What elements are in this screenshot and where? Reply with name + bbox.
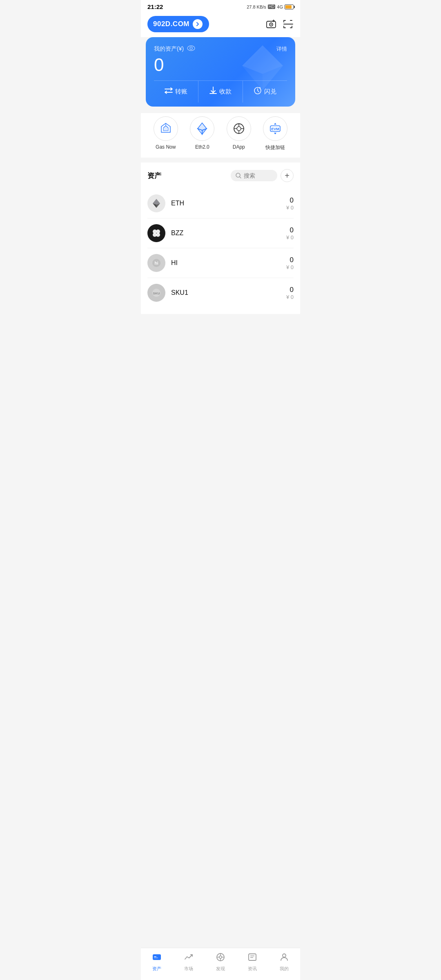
eth-balance: 0 — [286, 196, 294, 205]
svg-point-5 — [190, 47, 192, 49]
svg-rect-45 — [249, 954, 256, 960]
asset-item-bzz[interactable]: BZZ 0 ¥ 0 — [147, 218, 294, 248]
svg-text:EVM: EVM — [271, 127, 279, 131]
hi-amounts: 0 ¥ 0 — [286, 256, 294, 270]
sku1-logo: SKU — [147, 284, 165, 302]
status-icons: 27.8 KB/s HD 4G — [247, 4, 294, 9]
asset-label-text: 我的资产(¥) — [154, 45, 184, 53]
asset-item-eth[interactable]: ETH 0 ¥ 0 — [147, 189, 294, 218]
nav-assets[interactable]: 资产 — [145, 952, 169, 972]
market-nav-label: 市场 — [184, 966, 193, 972]
nav-mine[interactable]: 我的 — [272, 952, 296, 972]
sku1-name: SKU1 — [171, 289, 286, 296]
quick-eth2[interactable]: Eth2.0 — [190, 116, 214, 151]
asset-item-hi[interactable]: hi HI 0 ¥ 0 — [147, 248, 294, 278]
svg-text:hi: hi — [155, 261, 158, 265]
svg-marker-11 — [163, 126, 168, 131]
bzz-balance: 0 — [286, 226, 294, 234]
sku1-cny: ¥ 0 — [286, 294, 294, 300]
sku1-amounts: 0 ¥ 0 — [286, 286, 294, 300]
search-input[interactable] — [244, 172, 272, 179]
add-chain-label: 快捷加链 — [265, 144, 285, 151]
receive-icon — [209, 87, 217, 97]
add-chain-icon-circle: EVM — [263, 116, 287, 141]
camera-add-button[interactable] — [266, 19, 276, 29]
hi-balance: 0 — [286, 256, 294, 264]
signal-indicator: 4G — [277, 4, 283, 9]
nav-discover[interactable]: 发现 — [208, 952, 233, 972]
receive-button[interactable]: 收款 — [198, 81, 243, 102]
quick-dapp[interactable]: DApp — [227, 116, 251, 151]
dapp-icon-circle — [227, 116, 251, 141]
svg-point-4 — [187, 46, 195, 51]
bzz-cny: ¥ 0 — [286, 234, 294, 241]
status-bar: 21:22 27.8 KB/s HD 4G — [141, 0, 300, 12]
transfer-label: 转账 — [175, 88, 187, 96]
svg-point-40 — [219, 956, 222, 958]
asset-label: 我的资产(¥) — [154, 45, 195, 53]
dapp-label: DApp — [233, 144, 245, 150]
hd-badge: HD — [268, 4, 275, 9]
svg-rect-37 — [154, 956, 156, 957]
transfer-icon — [165, 87, 173, 96]
header: 902D.COM — [141, 12, 300, 37]
eth-name: ETH — [171, 200, 286, 207]
battery-fill — [285, 5, 292, 9]
assets-title: 资产 — [147, 171, 161, 180]
eth-cny: ¥ 0 — [286, 205, 294, 211]
assets-section: 资产 + ETH 0 ¥ 0 — [141, 163, 300, 314]
gas-now-label: Gas Now — [156, 144, 176, 150]
logo-arrow-icon — [193, 19, 203, 29]
search-icon — [236, 173, 241, 178]
nav-news[interactable]: 资讯 — [240, 952, 265, 972]
svg-rect-36 — [153, 954, 161, 960]
assets-nav-label: 资产 — [152, 966, 161, 972]
asset-card: 我的资产(¥) 详情 0 转账 — [146, 37, 295, 107]
discover-nav-label: 发现 — [216, 966, 225, 972]
receive-label: 收款 — [219, 88, 232, 96]
battery-icon — [285, 4, 294, 9]
hi-logo: hi — [147, 254, 165, 272]
assets-nav-icon — [152, 952, 162, 964]
svg-marker-25 — [153, 199, 160, 205]
nav-market[interactable]: 市场 — [176, 952, 201, 972]
bzz-logo — [147, 224, 165, 242]
svg-rect-38 — [154, 958, 158, 958]
eth2-label: Eth2.0 — [195, 144, 209, 150]
logo-button[interactable]: 902D.COM — [147, 16, 209, 32]
assets-header: 资产 + — [147, 169, 294, 182]
mine-nav-label: 我的 — [280, 966, 289, 972]
asset-item-sku1[interactable]: SKU SKU1 0 ¥ 0 — [147, 278, 294, 307]
gas-now-icon-circle — [154, 116, 178, 141]
quick-gas-now[interactable]: Gas Now — [154, 116, 178, 151]
bzz-name: BZZ — [171, 229, 286, 237]
hi-name: HI — [171, 259, 286, 267]
status-time: 21:22 — [147, 3, 163, 10]
svg-point-2 — [271, 24, 272, 25]
market-nav-icon — [184, 952, 194, 964]
eye-icon[interactable] — [187, 45, 195, 53]
eth-watermark — [238, 43, 287, 94]
news-nav-label: 资讯 — [248, 966, 257, 972]
bottom-nav: 资产 市场 发现 — [141, 948, 300, 980]
svg-point-31 — [156, 233, 160, 237]
quick-add-chain[interactable]: EVM 快捷加链 — [263, 116, 287, 151]
bzz-amounts: 0 ¥ 0 — [286, 226, 294, 241]
search-input-wrap — [231, 170, 277, 181]
transfer-button[interactable]: 转账 — [154, 81, 198, 102]
search-bar: + — [231, 169, 294, 182]
svg-point-16 — [237, 127, 241, 131]
eth2-icon-circle — [190, 116, 214, 141]
eth-amounts: 0 ¥ 0 — [286, 196, 294, 211]
scan-button[interactable] — [283, 19, 294, 29]
sku1-balance: 0 — [286, 286, 294, 294]
eth-logo — [147, 194, 165, 212]
logo-text: 902D.COM — [153, 20, 189, 28]
svg-point-48 — [283, 954, 286, 957]
discover-nav-icon — [216, 952, 225, 964]
news-nav-icon — [247, 952, 257, 964]
svg-line-24 — [240, 177, 241, 178]
hi-cny: ¥ 0 — [286, 264, 294, 270]
speed-indicator: 27.8 KB/s — [247, 4, 266, 9]
add-asset-button[interactable]: + — [281, 169, 294, 182]
